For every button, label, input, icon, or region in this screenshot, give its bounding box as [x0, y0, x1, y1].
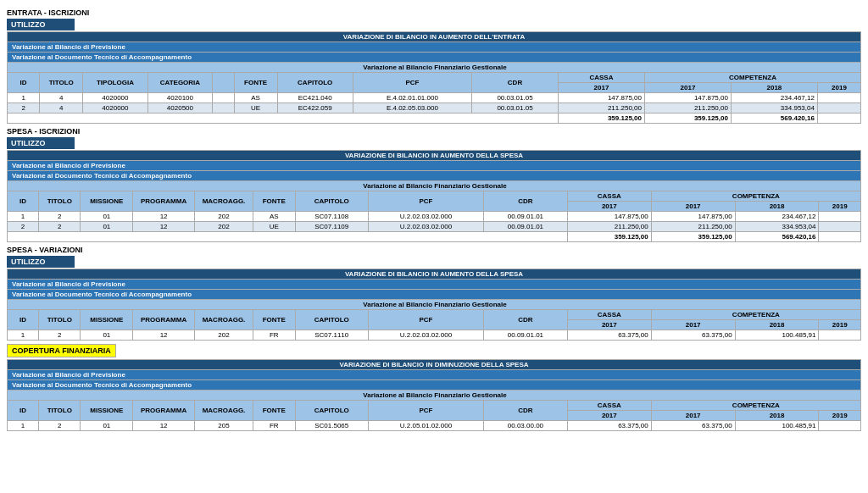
cell-missione: 01 — [81, 222, 133, 232]
col-id: ID — [8, 191, 39, 212]
spesa-variazioni-main-header: VARIAZIONE DI BILANCIO IN AUMENTO DELLA … — [8, 269, 861, 280]
cell-fonte: AS — [234, 93, 277, 103]
col-pcf: PCF — [353, 73, 471, 93]
cell-pcf: E.4.02.05.03.000 — [353, 103, 471, 114]
cell-comp2019 — [819, 330, 861, 341]
entrata-row-2: 2 4 4020000 4020500 UE EC422.059 E.4.02.… — [8, 103, 861, 114]
col-cassa: CASSA — [567, 401, 651, 411]
cell-cdr: 00.09.01.01 — [483, 212, 567, 222]
col-2017a: 2017 — [559, 83, 645, 93]
cell-comp2019 — [817, 93, 860, 103]
cell-comp2017: 63.375,00 — [651, 421, 735, 431]
cell-programma: 12 — [133, 212, 195, 222]
spesa-iscrizioni-title: SPESA - ISCRIZIONI — [7, 127, 861, 136]
total-cassa: 359.125,00 — [567, 232, 651, 242]
col-pcf: PCF — [369, 191, 484, 212]
cell-titolo: 2 — [39, 421, 81, 431]
col-macroagg: MACROAGG. — [194, 191, 253, 212]
cell-missione: 01 — [81, 212, 133, 222]
spesa-variazioni-col-header-row1: ID TITOLO MISSIONE PROGRAMMA MACROAGG. F… — [8, 310, 861, 320]
col-macroagg: MACROAGG. — [194, 401, 253, 421]
col-2019: 2019 — [817, 83, 860, 93]
spesa-variazioni-row-1: 1 2 01 12 202 FR SC07.1110 U.2.02.03.02.… — [8, 330, 861, 341]
copertura-var-documento-row: Variazione al Documento Tecnico di Accom… — [8, 380, 861, 391]
cell-comp2017: 147.875,00 — [644, 93, 731, 103]
entrata-col-header-row1: ID TITOLO TIPOLOGIA CATEGORIA FONTE CAPI… — [8, 73, 861, 83]
copertura-main-header-row: VARIAZIONE DI BILANCIO IN DIMINUZIONE DE… — [8, 360, 861, 370]
col-titolo: TITOLO — [40, 73, 83, 93]
col-cdr: CDR — [483, 401, 567, 421]
col-fonte: FONTE — [234, 73, 277, 93]
cell-pcf: U.2.05.01.02.000 — [369, 421, 484, 431]
cell-comp2018: 100.485,91 — [735, 330, 819, 341]
cell-comp2018: 334.953,04 — [731, 103, 817, 114]
cell-empty — [213, 93, 234, 103]
cell-fonte: AS — [253, 212, 295, 222]
cell-cassa: 63.375,00 — [567, 421, 651, 431]
page: ENTRATA - ISCRIZIONI UTILIZZO VARI — [0, 0, 868, 440]
col-titolo: TITOLO — [39, 310, 81, 330]
cell-id: 1 — [8, 93, 40, 103]
spesa-iscrizioni-table: VARIAZIONE DI BILANCIO IN AUMENTO DELLA … — [7, 150, 861, 242]
cell-comp2018: 234.467,12 — [731, 93, 817, 103]
col-2017a: 2017 — [567, 202, 651, 212]
cell-capitolo: SC07.1108 — [295, 212, 369, 222]
total-comp2017: 359.125,00 — [651, 232, 735, 242]
spesa-iscrizioni-var-documento-row: Variazione al Documento Tecnico di Accom… — [8, 171, 861, 181]
col-2017a: 2017 — [567, 320, 651, 330]
col-cdr: CDR — [483, 191, 567, 212]
col-macroagg: MACROAGG. — [194, 310, 253, 330]
col-missione: MISSIONE — [81, 191, 133, 212]
col-2017a: 2017 — [567, 411, 651, 421]
col-id: ID — [8, 310, 39, 330]
entrata-var-bilancio-row: Variazione al Bilancio di Previsione — [8, 42, 861, 53]
total-cassa: 359.125,00 — [559, 114, 645, 124]
cell-cdr: 00.09.01.01 — [483, 222, 567, 232]
cell-missione: 01 — [81, 421, 133, 431]
col-2018: 2018 — [735, 411, 819, 421]
cell-fonte: UE — [234, 103, 277, 114]
cell-fonte: FR — [253, 421, 295, 431]
col-cassa: CASSA — [567, 310, 651, 320]
cell-comp2019 — [819, 421, 861, 431]
entrata-var-documento: Variazione al Documento Tecnico di Accom… — [8, 53, 861, 63]
entrata-utilizzo-bar: UTILIZZO — [7, 19, 75, 30]
col-competenza: COMPETENZA — [651, 401, 860, 411]
cell-cdr: 00.03.01.05 — [472, 93, 559, 103]
col-titolo: TITOLO — [39, 191, 81, 212]
col-capitolo: CAPITOLO — [295, 191, 369, 212]
col-2018: 2018 — [735, 320, 819, 330]
col-programma: PROGRAMMA — [133, 401, 195, 421]
col-fonte: FONTE — [253, 401, 295, 421]
col-cassa: CASSA — [567, 191, 651, 202]
col-2019: 2019 — [819, 320, 861, 330]
col-2018: 2018 — [735, 202, 819, 212]
total-label — [8, 232, 568, 242]
col-cassa: CASSA — [559, 73, 645, 83]
cell-programma: 12 — [133, 222, 195, 232]
cell-capitolo: SC07.1110 — [295, 330, 369, 341]
spesa-variazioni-var-finanziario: Variazione al Bilancio Finanziario Gesti… — [8, 300, 861, 310]
cell-titolo: 2 — [39, 212, 81, 222]
total-comp2018: 569.420,16 — [731, 114, 817, 124]
col-2017b: 2017 — [651, 202, 735, 212]
copertura-section: COPERTURA FINANZIARIA VARIAZIONE — [7, 344, 861, 431]
cell-cassa: 63.375,00 — [567, 330, 651, 341]
cell-id: 1 — [8, 421, 39, 431]
col-pcf: PCF — [369, 310, 484, 330]
spesa-variazioni-var-bilancio: Variazione al Bilancio di Previsione — [8, 280, 861, 290]
entrata-row-1: 1 4 4020000 4020100 AS EC421.040 E.4.02.… — [8, 93, 861, 103]
col-2019: 2019 — [819, 202, 861, 212]
cell-macroagg: 205 — [194, 421, 253, 431]
spesa-iscrizioni-total-row: 359.125,00 359.125,00 569.420,16 — [8, 232, 861, 242]
copertura-col-header-row1: ID TITOLO MISSIONE PROGRAMMA MACROAGG. F… — [8, 401, 861, 411]
cell-capitolo: SC07.1109 — [295, 222, 369, 232]
spesa-utilizzo-bar: UTILIZZO — [7, 137, 75, 149]
copertura-table: VARIAZIONE DI BILANCIO IN DIMINUZIONE DE… — [7, 359, 861, 431]
col-capitolo: CAPITOLO — [295, 310, 369, 330]
col-competenza: COMPETENZA — [644, 73, 860, 83]
col-categoria: CATEGORIA — [147, 73, 212, 93]
entrata-var-bilancio: Variazione al Bilancio di Previsione — [8, 42, 861, 53]
cell-id: 2 — [8, 103, 40, 114]
cell-titolo: 2 — [39, 222, 81, 232]
